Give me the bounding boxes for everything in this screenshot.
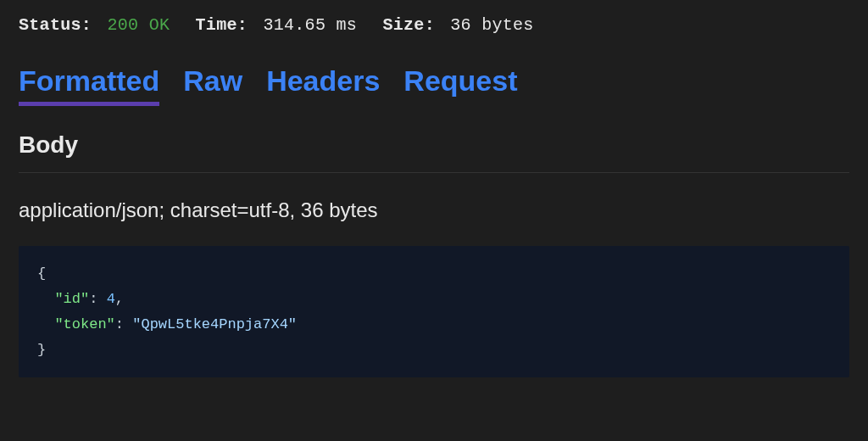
body-heading: Body <box>19 131 849 173</box>
tab-formatted[interactable]: Formatted <box>19 65 159 106</box>
response-body-code[interactable]: { "id": 4, "token": "QpwL5tke4Pnpja7X4" … <box>19 246 849 377</box>
json-key-id: "id" <box>54 291 89 307</box>
tab-request[interactable]: Request <box>403 65 517 106</box>
time-value: 314.65 ms <box>263 15 357 35</box>
brace-open: { <box>37 265 46 282</box>
size-label: Size: <box>382 15 435 35</box>
tab-headers[interactable]: Headers <box>266 65 380 106</box>
status-value: 200 OK <box>107 15 170 35</box>
status-line: Status: 200 OK Time: 314.65 ms Size: 36 … <box>19 15 849 35</box>
size-value: 36 bytes <box>450 15 533 35</box>
json-val-id: 4 <box>107 291 115 307</box>
tab-raw[interactable]: Raw <box>183 65 242 106</box>
status-label: Status: <box>19 15 92 35</box>
json-val-token: "QpwL5tke4Pnpja7X4" <box>132 316 297 332</box>
time-label: Time: <box>196 15 248 35</box>
json-key-token: "token" <box>54 316 114 332</box>
body-meta: application/json; charset=utf-8, 36 byte… <box>19 198 849 222</box>
brace-close: } <box>37 342 46 358</box>
response-tabs: Formatted Raw Headers Request <box>19 65 849 106</box>
